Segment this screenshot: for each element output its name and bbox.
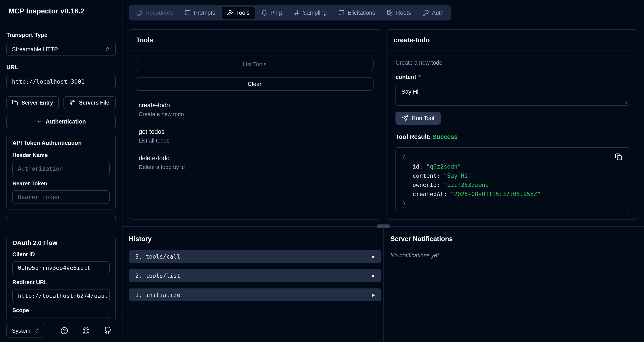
tab-elicitations[interactable]: Elicitations bbox=[333, 7, 380, 19]
json-open-brace: { bbox=[402, 153, 622, 162]
hash-icon bbox=[294, 10, 300, 16]
url-input[interactable] bbox=[6, 75, 116, 88]
authentication-toggle[interactable]: Authentication bbox=[6, 115, 116, 128]
main-area: Resources Prompts Tools Ping Sampling El… bbox=[122, 0, 644, 342]
server-entry-button[interactable]: Server Entry bbox=[6, 96, 59, 109]
copy-result-button[interactable] bbox=[614, 153, 623, 161]
json-key: content: bbox=[412, 173, 440, 179]
servers-file-button[interactable]: Servers File bbox=[64, 96, 116, 109]
hammer-icon bbox=[227, 10, 233, 16]
bearer-token-label: Bearer Token bbox=[12, 180, 110, 187]
send-icon bbox=[402, 115, 408, 121]
tab-roots[interactable]: Roots bbox=[382, 7, 416, 19]
json-entries: id: "q6z2sodn" content: "Say Hi" ownerId… bbox=[409, 162, 622, 199]
client-id-input[interactable] bbox=[12, 261, 110, 274]
message-square-icon bbox=[338, 10, 344, 16]
debug-button[interactable] bbox=[82, 327, 90, 334]
tab-label: Sampling bbox=[303, 10, 327, 16]
history-title: History bbox=[129, 235, 382, 243]
tool-list-item-delete-todo[interactable]: delete-todo Delete a todo by id bbox=[139, 155, 370, 170]
copy-icon bbox=[615, 153, 622, 160]
server-entry-label: Server Entry bbox=[21, 100, 53, 106]
github-button[interactable] bbox=[104, 327, 112, 334]
sidebar-footer: System bbox=[0, 319, 122, 342]
expand-arrow-icon[interactable]: ▶ bbox=[372, 292, 375, 297]
sidebar: MCP Inspector v0.16.2 Transport Type Str… bbox=[0, 0, 122, 342]
content-textarea[interactable]: Say Hi bbox=[396, 85, 629, 106]
history-item-tools-list[interactable]: 2. tools/list ▶ bbox=[129, 269, 382, 282]
json-key: id: bbox=[412, 163, 423, 170]
transport-type-label: Transport Type bbox=[6, 32, 116, 38]
tool-description: List all todos bbox=[139, 137, 370, 144]
servers-file-label: Servers File bbox=[79, 100, 109, 106]
tool-list-item-get-todos[interactable]: get-todos List all todos bbox=[139, 128, 370, 144]
tool-result-json: { id: "q6z2sodn" content: "Say Hi" owner… bbox=[396, 147, 629, 211]
run-tool-button[interactable]: Run Tool bbox=[396, 112, 440, 125]
header-name-label: Header Name bbox=[12, 152, 110, 158]
tab-prompts[interactable]: Prompts bbox=[179, 7, 220, 19]
tab-ping[interactable]: Ping bbox=[256, 7, 287, 19]
history-item-label: 2. tools/list bbox=[135, 272, 180, 279]
tool-name: delete-todo bbox=[139, 155, 370, 162]
tab-label: Elicitations bbox=[348, 10, 375, 16]
transport-type-select[interactable]: Streamable HTTP bbox=[6, 43, 116, 56]
clear-button[interactable]: Clear bbox=[136, 77, 374, 91]
vertical-splitter[interactable] bbox=[383, 227, 384, 342]
tool-list-item-create-todo[interactable]: create-todo Create a new todo bbox=[139, 102, 370, 118]
json-value: "bzif253zswnb" bbox=[444, 182, 492, 188]
tool-detail-title: create-todo bbox=[387, 30, 638, 51]
resize-handle-icon[interactable] bbox=[623, 99, 628, 104]
header-name-input[interactable] bbox=[12, 162, 110, 175]
redirect-url-label: Redirect URL bbox=[12, 279, 110, 286]
key-icon bbox=[422, 10, 429, 16]
json-entry: createdAt: "2025-08-01T15:37:05.955Z" bbox=[412, 190, 622, 199]
bearer-token-input[interactable] bbox=[12, 190, 110, 204]
tool-description: Create a new todo bbox=[139, 111, 370, 118]
expand-arrow-icon[interactable]: ▶ bbox=[372, 273, 375, 278]
transport-type-value: Streamable HTTP bbox=[12, 46, 58, 53]
history-item-label: 1. initialize bbox=[135, 292, 180, 298]
bug-icon bbox=[82, 327, 90, 334]
redirect-url-input[interactable] bbox=[12, 289, 110, 302]
tab-sampling[interactable]: Sampling bbox=[288, 7, 332, 19]
server-notifications-title: Server Notifications bbox=[390, 235, 644, 243]
tools-panel: Tools List Tools Clear create-todo Creat… bbox=[129, 29, 380, 220]
theme-select-value: System bbox=[12, 327, 30, 334]
api-token-auth-title: API Token Authentication bbox=[12, 140, 110, 146]
theme-select[interactable]: System bbox=[6, 324, 45, 337]
content-textarea-value: Say Hi bbox=[402, 89, 418, 95]
sidebar-header: MCP Inspector v0.16.2 bbox=[0, 0, 122, 22]
json-key: createdAt: bbox=[412, 191, 447, 197]
tool-detail-panel: create-todo Create a new todo content* S… bbox=[386, 29, 638, 220]
tab-resources[interactable]: Resources bbox=[131, 7, 178, 19]
json-value: "Say Hi" bbox=[444, 173, 471, 179]
scope-input[interactable] bbox=[12, 317, 110, 319]
tool-name: create-todo bbox=[139, 102, 370, 109]
list-tools-button[interactable]: List Tools bbox=[136, 58, 374, 71]
scope-label: Scope bbox=[12, 307, 110, 314]
tab-auth[interactable]: Auth bbox=[418, 7, 449, 19]
tab-tools[interactable]: Tools bbox=[222, 7, 255, 19]
tab-label: Prompts bbox=[194, 10, 215, 16]
sidebar-content: Transport Type Streamable HTTP URL Serve… bbox=[0, 23, 122, 319]
expand-arrow-icon[interactable]: ▶ bbox=[372, 254, 375, 259]
circle-help-icon bbox=[60, 327, 68, 334]
tab-bar: Resources Prompts Tools Ping Sampling El… bbox=[129, 5, 451, 21]
history-item-tools-call[interactable]: 3. tools/call ▶ bbox=[129, 250, 382, 263]
github-icon bbox=[104, 327, 112, 334]
tool-name: get-todos bbox=[139, 128, 370, 135]
json-close-brace: } bbox=[402, 199, 622, 208]
json-entry: id: "q6z2sodn" bbox=[412, 162, 622, 171]
folder-tree-icon bbox=[386, 10, 393, 16]
history-item-initialize[interactable]: 1. initialize ▶ bbox=[129, 288, 382, 301]
tool-result-status: Success bbox=[432, 133, 458, 140]
copy-icon bbox=[12, 100, 18, 106]
message-square-icon bbox=[184, 10, 191, 16]
tool-description: Delete a todo by id bbox=[139, 164, 370, 170]
client-id-label: Client ID bbox=[12, 251, 110, 258]
server-notifications-panel: Server Notifications No notifications ye… bbox=[390, 227, 644, 259]
files-icon bbox=[136, 10, 142, 16]
json-key: ownerId: bbox=[412, 182, 440, 188]
help-button[interactable] bbox=[60, 327, 68, 334]
json-entry: ownerId: "bzif253zswnb" bbox=[412, 180, 622, 190]
